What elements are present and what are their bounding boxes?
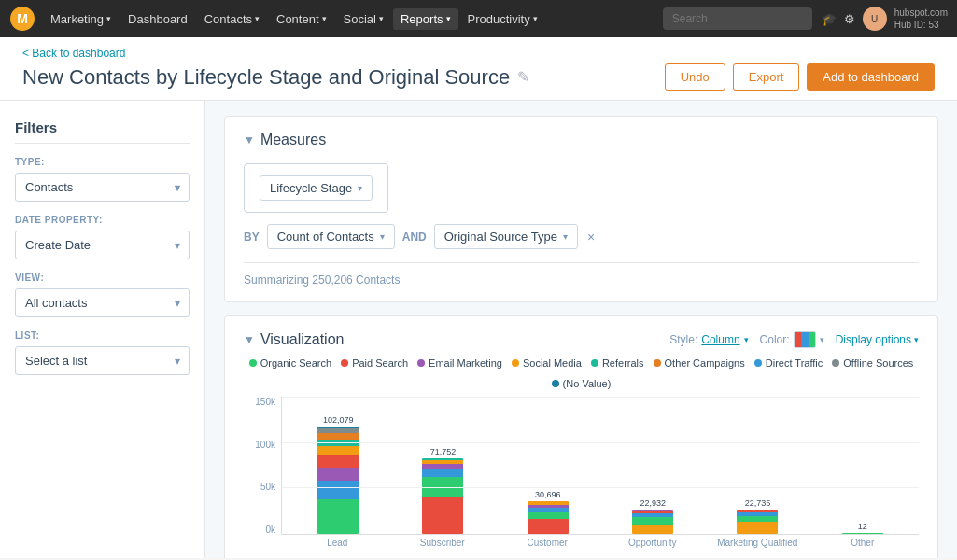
- measures-header[interactable]: ▼ Measures: [244, 132, 919, 148]
- top-nav: M Marketing▾ Dashboard Contacts▾ Content…: [0, 0, 957, 37]
- stacked-bar: [737, 510, 778, 534]
- nav-item-reports[interactable]: Reports▾: [393, 8, 458, 30]
- legend-item: Paid Search: [341, 357, 408, 369]
- y-axis: 150k 100k 50k 0k: [244, 397, 275, 535]
- y-label-50k: 50k: [244, 482, 275, 492]
- x-label: Lead: [294, 535, 381, 548]
- stacked-bar: [422, 458, 463, 534]
- x-label: Other: [820, 535, 907, 548]
- legend-dot: [512, 359, 519, 367]
- measures-section: ▼ Measures Lifecycle Stage ▾ BY Count of…: [224, 116, 938, 302]
- add-dashboard-button[interactable]: Add to dashboard: [807, 63, 935, 91]
- nav-item-dashboard[interactable]: Dashboard: [120, 8, 195, 30]
- bar-group: 22,932: [610, 498, 696, 534]
- date-property-select[interactable]: Create Date: [15, 231, 190, 259]
- legend-label: (No Value): [563, 378, 612, 389]
- bar-value-label: 12: [858, 522, 867, 531]
- visualization-header[interactable]: ▼ Visualization: [244, 331, 344, 348]
- source-label: Original Source Type: [444, 230, 557, 244]
- legend-label: Referrals: [602, 357, 644, 369]
- display-options[interactable]: Display options ▾: [836, 333, 919, 346]
- view-select[interactable]: All contacts: [15, 288, 190, 317]
- x-label: Subscriber: [400, 535, 486, 548]
- nav-item-content[interactable]: Content▾: [269, 8, 334, 30]
- bar-segment: [317, 455, 359, 468]
- legend-item: Organic Search: [249, 357, 331, 369]
- source-close-btn[interactable]: ×: [587, 230, 595, 245]
- bar-segment: [528, 519, 569, 534]
- legend-item: Offline Sources: [832, 357, 913, 369]
- date-property-label: DATE PROPERTY:: [15, 215, 190, 225]
- stacked-bar: [842, 533, 883, 534]
- legend-item: Email Marketing: [417, 357, 502, 369]
- list-select[interactable]: Select a list: [15, 346, 190, 375]
- legend-item: Referrals: [591, 357, 644, 369]
- nav-avatar[interactable]: U: [863, 7, 887, 31]
- undo-button[interactable]: Undo: [665, 63, 725, 91]
- legend-item: Direct Traffic: [754, 357, 823, 369]
- legend-item: Social Media: [512, 357, 582, 369]
- color-swatch[interactable]: [794, 331, 816, 348]
- stacked-bar: [528, 501, 569, 534]
- nav-item-marketing[interactable]: Marketing▾: [43, 8, 119, 30]
- count-dropdown[interactable]: Count of Contacts ▾: [267, 224, 395, 249]
- legend-dot: [249, 359, 257, 367]
- view-label: VIEW:: [15, 273, 190, 283]
- bar-segment: [317, 481, 359, 500]
- search-input[interactable]: [663, 7, 812, 30]
- measures-title: Measures: [260, 132, 326, 148]
- y-label-0k: 0k: [244, 525, 275, 535]
- type-select[interactable]: Contacts: [15, 173, 190, 202]
- svg-text:M: M: [17, 11, 28, 26]
- bar-value-label: 102,079: [323, 415, 354, 425]
- bar-segment: [632, 525, 673, 534]
- bar-group: 30,696: [505, 490, 591, 534]
- group-by-caret: ▾: [358, 183, 362, 193]
- y-label-100k: 100k: [244, 440, 275, 450]
- nav-logo: M: [9, 6, 35, 32]
- type-select-wrapper: Contacts ▾: [15, 173, 190, 202]
- bar-segment: [842, 533, 883, 534]
- back-link[interactable]: < Back to dashboard: [22, 47, 935, 60]
- bar-segment: [737, 522, 778, 534]
- and-label: AND: [402, 231, 427, 244]
- bar-value-label: 71,752: [430, 447, 457, 456]
- bar-value-label: 30,696: [535, 490, 561, 499]
- nav-help[interactable]: ⚙: [844, 12, 855, 26]
- sidebar: Filters TYPE: Contacts ▾ DATE PROPERTY: …: [0, 101, 205, 558]
- nav-item-social[interactable]: Social▾: [336, 8, 391, 30]
- bar-segment: [317, 433, 359, 440]
- style-caret[interactable]: ▾: [744, 335, 749, 344]
- nav-item-contacts[interactable]: Contacts▾: [197, 8, 267, 30]
- legend-label: Direct Traffic: [766, 357, 823, 369]
- legend-dot: [754, 359, 762, 367]
- color-label: Color:: [760, 333, 790, 346]
- style-value[interactable]: Column: [701, 333, 739, 346]
- bar-value-label: 22,932: [640, 498, 666, 508]
- bar-group: 12: [820, 522, 906, 534]
- group-by-dropdown[interactable]: Lifecycle Stage ▾: [260, 175, 373, 201]
- nav-item-productivity[interactable]: Productivity▾: [460, 8, 545, 30]
- subheader: < Back to dashboard New Contacts by Life…: [0, 37, 957, 101]
- count-label: Count of Contacts: [277, 230, 374, 244]
- viz-toggle-icon: ▼: [244, 333, 255, 346]
- color-swatch-caret[interactable]: ▾: [820, 335, 824, 344]
- legend-label: Other Campaigns: [665, 357, 745, 369]
- export-button[interactable]: Export: [733, 63, 800, 91]
- source-dropdown[interactable]: Original Source Type ▾: [434, 224, 578, 249]
- y-label-150k: 150k: [244, 397, 275, 407]
- bar-segment: [317, 468, 359, 481]
- visualization-section: ▼ Visualization Style: Column ▾ Color: ▾: [224, 315, 938, 558]
- edit-icon[interactable]: ✎: [517, 68, 529, 86]
- legend-label: Social Media: [523, 357, 582, 369]
- bar-value-label: 22,735: [745, 498, 771, 508]
- type-label: TYPE:: [15, 157, 190, 167]
- chart-legend: Organic SearchPaid SearchEmail Marketing…: [244, 357, 919, 389]
- legend-item: Other Campaigns: [654, 357, 745, 369]
- legend-dot: [832, 359, 839, 367]
- viz-title: Visualization: [260, 331, 345, 348]
- nav-notifications[interactable]: 🎓: [822, 12, 837, 26]
- stacked-bar: [632, 510, 673, 534]
- legend-dot: [417, 359, 425, 367]
- content-area: ▼ Measures Lifecycle Stage ▾ BY Count of…: [205, 101, 957, 558]
